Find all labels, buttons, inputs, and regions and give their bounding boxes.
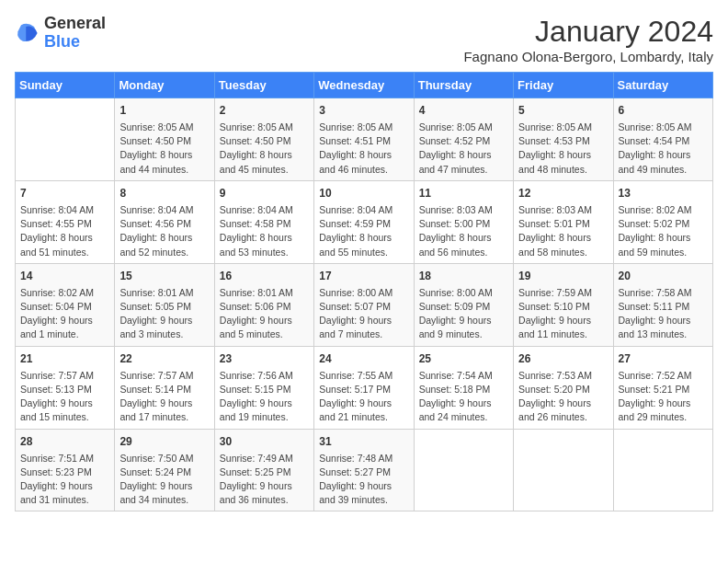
- calendar-cell: 16Sunrise: 8:01 AMSunset: 5:06 PMDayligh…: [214, 263, 313, 346]
- calendar-cell: 27Sunrise: 7:52 AMSunset: 5:21 PMDayligh…: [613, 346, 712, 429]
- calendar-week-4: 21Sunrise: 7:57 AMSunset: 5:13 PMDayligh…: [16, 346, 713, 429]
- day-info: Sunrise: 8:05 AMSunset: 4:54 PMDaylight:…: [619, 121, 708, 177]
- day-info: Sunrise: 8:01 AMSunset: 5:05 PMDaylight:…: [119, 286, 209, 342]
- header: General Blue January 2024 Fagnano Olona-…: [15, 15, 713, 64]
- day-info: Sunrise: 8:03 AMSunset: 5:01 PMDaylight:…: [518, 203, 608, 259]
- calendar-table: SundayMondayTuesdayWednesdayThursdayFrid…: [15, 72, 713, 511]
- day-number: 16: [220, 268, 309, 284]
- day-number: 12: [518, 185, 608, 201]
- calendar-cell: 20Sunrise: 7:58 AMSunset: 5:11 PMDayligh…: [613, 263, 712, 346]
- day-info: Sunrise: 8:00 AMSunset: 5:09 PMDaylight:…: [419, 286, 508, 342]
- calendar-cell: 7Sunrise: 8:04 AMSunset: 4:55 PMDaylight…: [16, 180, 115, 263]
- calendar-cell: [16, 98, 115, 181]
- calendar-cell: 19Sunrise: 7:59 AMSunset: 5:10 PMDayligh…: [514, 263, 613, 346]
- day-number: 4: [419, 102, 508, 119]
- weekday-header-tuesday: Tuesday: [214, 73, 313, 98]
- day-info: Sunrise: 8:04 AMSunset: 4:56 PMDaylight:…: [119, 203, 209, 259]
- day-info: Sunrise: 7:51 AMSunset: 5:23 PMDaylight:…: [20, 452, 109, 508]
- calendar-week-5: 28Sunrise: 7:51 AMSunset: 5:23 PMDayligh…: [16, 429, 713, 511]
- day-info: Sunrise: 8:05 AMSunset: 4:50 PMDaylight:…: [119, 121, 209, 177]
- day-number: 27: [619, 350, 708, 367]
- calendar-cell: 9Sunrise: 8:04 AMSunset: 4:58 PMDaylight…: [214, 180, 313, 263]
- day-number: 17: [319, 268, 408, 284]
- calendar-cell: [514, 429, 613, 511]
- day-info: Sunrise: 8:04 AMSunset: 4:55 PMDaylight:…: [20, 203, 109, 259]
- day-info: Sunrise: 8:03 AMSunset: 5:00 PMDaylight:…: [419, 203, 508, 259]
- day-number: 7: [20, 185, 109, 201]
- calendar-cell: 23Sunrise: 7:56 AMSunset: 5:15 PMDayligh…: [214, 346, 313, 429]
- day-info: Sunrise: 8:04 AMSunset: 4:58 PMDaylight:…: [220, 203, 309, 259]
- calendar-cell: 13Sunrise: 8:02 AMSunset: 5:02 PMDayligh…: [613, 180, 712, 263]
- calendar-cell: 6Sunrise: 8:05 AMSunset: 4:54 PMDaylight…: [613, 98, 712, 181]
- day-info: Sunrise: 7:55 AMSunset: 5:17 PMDaylight:…: [319, 369, 408, 425]
- day-info: Sunrise: 8:02 AMSunset: 5:02 PMDaylight:…: [619, 203, 708, 259]
- day-number: 26: [518, 350, 608, 367]
- calendar-cell: 21Sunrise: 7:57 AMSunset: 5:13 PMDayligh…: [16, 346, 115, 429]
- calendar-cell: [613, 429, 712, 511]
- day-info: Sunrise: 7:56 AMSunset: 5:15 PMDaylight:…: [220, 369, 309, 425]
- calendar-cell: [414, 429, 513, 511]
- weekday-header-friday: Friday: [514, 73, 613, 98]
- day-number: 14: [20, 268, 109, 284]
- calendar-cell: 2Sunrise: 8:05 AMSunset: 4:50 PMDaylight…: [214, 98, 313, 181]
- calendar-cell: 24Sunrise: 7:55 AMSunset: 5:17 PMDayligh…: [314, 346, 414, 429]
- day-number: 13: [619, 185, 708, 201]
- calendar-cell: 10Sunrise: 8:04 AMSunset: 4:59 PMDayligh…: [314, 180, 414, 263]
- day-number: 31: [319, 433, 408, 450]
- day-info: Sunrise: 8:05 AMSunset: 4:51 PMDaylight:…: [319, 121, 408, 177]
- calendar-cell: 28Sunrise: 7:51 AMSunset: 5:23 PMDayligh…: [16, 429, 115, 511]
- calendar-title: January 2024: [463, 15, 713, 49]
- day-info: Sunrise: 7:49 AMSunset: 5:25 PMDaylight:…: [220, 452, 309, 508]
- day-info: Sunrise: 7:57 AMSunset: 5:13 PMDaylight:…: [20, 369, 109, 425]
- calendar-cell: 25Sunrise: 7:54 AMSunset: 5:18 PMDayligh…: [414, 346, 513, 429]
- day-info: Sunrise: 7:58 AMSunset: 5:11 PMDaylight:…: [619, 286, 708, 342]
- day-info: Sunrise: 7:50 AMSunset: 5:24 PMDaylight:…: [119, 452, 209, 508]
- day-number: 11: [419, 185, 508, 201]
- day-number: 28: [20, 433, 109, 450]
- day-number: 3: [319, 102, 408, 119]
- logo-icon: [15, 20, 40, 46]
- calendar-cell: 12Sunrise: 8:03 AMSunset: 5:01 PMDayligh…: [514, 180, 613, 263]
- day-number: 10: [319, 185, 408, 201]
- calendar-cell: 18Sunrise: 8:00 AMSunset: 5:09 PMDayligh…: [414, 263, 513, 346]
- day-info: Sunrise: 7:48 AMSunset: 5:27 PMDaylight:…: [319, 452, 408, 508]
- day-info: Sunrise: 7:54 AMSunset: 5:18 PMDaylight:…: [419, 369, 508, 425]
- day-number: 20: [619, 268, 708, 284]
- day-info: Sunrise: 7:53 AMSunset: 5:20 PMDaylight:…: [518, 369, 608, 425]
- day-number: 25: [419, 350, 508, 367]
- day-number: 8: [119, 185, 209, 201]
- calendar-cell: 26Sunrise: 7:53 AMSunset: 5:20 PMDayligh…: [514, 346, 613, 429]
- day-number: 24: [319, 350, 408, 367]
- day-number: 23: [220, 350, 309, 367]
- day-info: Sunrise: 8:02 AMSunset: 5:04 PMDaylight:…: [20, 286, 109, 342]
- logo-text: General Blue: [44, 15, 106, 52]
- calendar-week-1: 1Sunrise: 8:05 AMSunset: 4:50 PMDaylight…: [16, 98, 713, 181]
- day-number: 9: [220, 185, 309, 201]
- day-info: Sunrise: 8:04 AMSunset: 4:59 PMDaylight:…: [319, 203, 408, 259]
- day-number: 29: [119, 433, 209, 450]
- calendar-cell: 14Sunrise: 8:02 AMSunset: 5:04 PMDayligh…: [16, 263, 115, 346]
- calendar-week-3: 14Sunrise: 8:02 AMSunset: 5:04 PMDayligh…: [16, 263, 713, 346]
- day-info: Sunrise: 7:59 AMSunset: 5:10 PMDaylight:…: [518, 286, 608, 342]
- calendar-cell: 8Sunrise: 8:04 AMSunset: 4:56 PMDaylight…: [115, 180, 214, 263]
- day-info: Sunrise: 8:05 AMSunset: 4:53 PMDaylight:…: [518, 121, 608, 177]
- calendar-body: 1Sunrise: 8:05 AMSunset: 4:50 PMDaylight…: [16, 98, 713, 511]
- day-number: 22: [119, 350, 209, 367]
- day-number: 19: [518, 268, 608, 284]
- day-info: Sunrise: 8:05 AMSunset: 4:50 PMDaylight:…: [220, 121, 309, 177]
- weekday-header-monday: Monday: [115, 73, 214, 98]
- weekday-header-row: SundayMondayTuesdayWednesdayThursdayFrid…: [16, 73, 713, 98]
- day-number: 2: [220, 102, 309, 119]
- day-info: Sunrise: 7:52 AMSunset: 5:21 PMDaylight:…: [619, 369, 708, 425]
- calendar-cell: 30Sunrise: 7:49 AMSunset: 5:25 PMDayligh…: [214, 429, 313, 511]
- calendar-cell: 29Sunrise: 7:50 AMSunset: 5:24 PMDayligh…: [115, 429, 214, 511]
- day-number: 30: [220, 433, 309, 450]
- weekday-header-thursday: Thursday: [414, 73, 513, 98]
- weekday-header-wednesday: Wednesday: [314, 73, 414, 98]
- calendar-cell: 3Sunrise: 8:05 AMSunset: 4:51 PMDaylight…: [314, 98, 414, 181]
- day-info: Sunrise: 8:01 AMSunset: 5:06 PMDaylight:…: [220, 286, 309, 342]
- day-info: Sunrise: 8:00 AMSunset: 5:07 PMDaylight:…: [319, 286, 408, 342]
- day-info: Sunrise: 8:05 AMSunset: 4:52 PMDaylight:…: [419, 121, 508, 177]
- calendar-cell: 15Sunrise: 8:01 AMSunset: 5:05 PMDayligh…: [115, 263, 214, 346]
- calendar-cell: 4Sunrise: 8:05 AMSunset: 4:52 PMDaylight…: [414, 98, 513, 181]
